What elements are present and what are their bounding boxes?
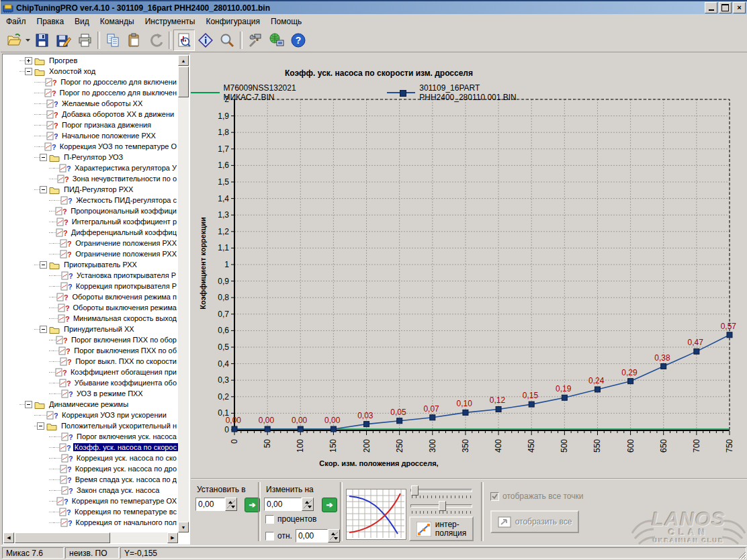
tree-item[interactable]: ?Порог включения ПХХ по обор <box>3 334 178 345</box>
tree-item[interactable]: ?Коррекция от начального пол <box>3 517 178 528</box>
tree-folder[interactable]: П-Регулятор УОЗ <box>3 152 178 162</box>
minimize-button[interactable] <box>705 2 717 13</box>
tree-item[interactable]: ?Коэфф. уск. насоса по скорос <box>3 442 178 453</box>
tree-item[interactable]: ?Коррекция уск. насоса по ско <box>3 453 178 463</box>
tree-item[interactable]: ?Порог выкл. ПХХ по скорости <box>3 356 178 367</box>
tree-item[interactable]: ?Порог включения уск. насоса <box>3 431 178 442</box>
tree-item-label[interactable]: УОЗ в режиме ПХХ <box>75 389 144 398</box>
tree-item[interactable]: ?Жесткость ПИД-регулятора с <box>3 195 178 205</box>
tree-item-label[interactable]: Ограничение положения РХХ <box>74 250 178 258</box>
tree-item-label[interactable]: Коэффициент обогащения при <box>69 368 178 376</box>
scroll-left-button[interactable]: ◀ <box>3 532 14 543</box>
collapse-minus-icon[interactable] <box>40 326 47 333</box>
tree-item[interactable]: ?Установка приоткрывателя Р <box>3 270 178 281</box>
tree-item-label[interactable]: Коррекция по температуре вс <box>73 508 178 516</box>
relative-spinedit[interactable]: 0,00 <box>296 529 340 543</box>
tree-item[interactable]: ?Интегральный коэффициент р <box>3 216 178 227</box>
tree-item-label[interactable]: Пропроциональный коэффици <box>69 207 178 215</box>
tree-item-label[interactable]: Порог по дросселю для включени <box>59 78 178 86</box>
tree-item-label[interactable]: Прогрев <box>48 56 79 64</box>
tree-item[interactable]: ?Коррекция приоткрывателя Р <box>3 281 178 291</box>
tree-item[interactable]: ?Коррекция УОЗ по температуре О <box>3 141 178 152</box>
collapse-minus-icon[interactable] <box>25 68 32 75</box>
tree-item[interactable]: ?Коррекция по температуре вс <box>3 506 178 517</box>
tree-item-label[interactable]: Дифференциальный коэффиц <box>70 228 178 236</box>
interpolation-button[interactable]: интер- поляция <box>409 516 474 541</box>
tree-item[interactable]: ?Минимальная скорость выход <box>3 313 178 324</box>
print-button[interactable] <box>74 30 95 51</box>
tree-item-label[interactable]: Коррекция от начального пол <box>75 518 178 526</box>
tree-item-label[interactable]: Установка приоткрывателя Р <box>75 271 177 279</box>
tree-item[interactable]: ?Закон спада уск. насоса <box>3 485 178 496</box>
tree-item[interactable]: ?Зона нечувствительности по о <box>3 173 178 184</box>
tree-item[interactable]: ?Обороты выключения режима <box>3 302 178 313</box>
expand-plus-icon[interactable] <box>25 57 32 64</box>
tree-item-label[interactable]: Порог включения ПХХ по обор <box>70 336 178 344</box>
menu-6[interactable]: Конфигурация <box>200 15 265 28</box>
undo-button[interactable] <box>145 30 167 51</box>
tree-item[interactable]: ?УОЗ в режиме ПХХ <box>3 388 178 399</box>
slider-thumb[interactable] <box>439 501 446 511</box>
copy-button[interactable] <box>102 30 124 51</box>
tree-item-label[interactable]: Интегральный коэффициент р <box>71 218 178 226</box>
set-value-spinedit[interactable]: 0,00 <box>195 498 237 511</box>
tree-item-label[interactable]: Ограничение положения РХХ <box>74 239 178 247</box>
tree-folder[interactable]: Холостой ход <box>3 66 178 77</box>
menu-7[interactable]: Помощь <box>265 15 307 28</box>
show-all-button[interactable]: отобразить все <box>490 510 579 533</box>
set-value-spin-button[interactable] <box>225 498 237 511</box>
tree-item-label[interactable]: Характеристика регулятора У <box>73 164 178 172</box>
collapse-minus-icon[interactable] <box>25 401 32 408</box>
tree-item[interactable]: ?Пропроциональный коэффици <box>3 205 178 216</box>
tree-item-label[interactable]: Коэфф. уск. насоса по скорос <box>73 443 178 451</box>
tree-item[interactable]: ?Характеристика регулятора У <box>3 162 178 173</box>
tools-button[interactable] <box>245 30 266 51</box>
smoothing-slider-2[interactable] <box>410 500 472 514</box>
set-value-input[interactable]: 0,00 <box>195 498 225 511</box>
help-button[interactable]: ? <box>288 30 309 51</box>
percent-checkbox[interactable] <box>265 515 274 524</box>
tree-item-label[interactable]: Динамические режимы <box>48 400 130 408</box>
scroll-up-button[interactable]: ▲ <box>178 55 189 66</box>
tree-item[interactable]: ?Порог по дросселю для выключен <box>3 87 178 98</box>
tree-item[interactable]: ?Убывание коэффициента обо <box>3 377 178 388</box>
resize-grip[interactable] <box>737 550 746 559</box>
tree-item[interactable]: ?Дифференциальный коэффиц <box>3 227 178 238</box>
smoothing-slider-1[interactable] <box>410 485 472 498</box>
save-button[interactable] <box>31 30 52 51</box>
tree-item[interactable]: ?Коррекция уск. насоса по дро <box>3 463 178 474</box>
change-by-spin-button[interactable] <box>302 498 314 511</box>
scroll-down-button[interactable]: ▼ <box>178 522 189 532</box>
tree-item-label[interactable]: Минимальная скорость выход <box>72 314 178 322</box>
chart-plot[interactable]: 00,10,20,30,40,50,60,70,80,911,11,21,31,… <box>191 52 747 478</box>
tree-item-label[interactable]: Порог по дросселю для выключен <box>58 89 178 97</box>
show-all-points-checkbox[interactable] <box>490 492 499 501</box>
tree-item-label[interactable]: Жесткость ПИД-регулятора с <box>75 196 178 204</box>
tree-item-label[interactable]: Порог включения уск. насоса <box>75 432 178 440</box>
tree-vertical-scrollbar[interactable]: ▲ ▼ <box>178 55 189 532</box>
info-button[interactable] <box>195 30 216 51</box>
tree-item[interactable]: ?Коррекция УОЗ при ускорении <box>3 410 178 420</box>
tree-item[interactable]: ?Время спада уск. насоса по д <box>3 474 178 485</box>
collapse-minus-icon[interactable] <box>37 422 44 430</box>
menu-1[interactable]: Файл <box>1 15 32 28</box>
tree-item-label[interactable]: Коррекция УОЗ при ускорении <box>60 411 168 419</box>
zoom-button[interactable] <box>216 30 238 51</box>
tree-item-label[interactable]: Время спада уск. насоса по д <box>74 475 178 483</box>
tree-item-label[interactable]: Обороты выключения режима <box>72 304 178 312</box>
tree-item[interactable]: ?Коррекция по температуре ОХ <box>3 496 178 506</box>
tree-item[interactable]: ?Порог признака движения <box>3 120 178 130</box>
save-as-button[interactable] <box>52 30 74 51</box>
tree-item-label[interactable]: П-Регулятор УОЗ <box>62 153 124 161</box>
tree-item-label[interactable]: Убывание коэффициента обо <box>73 379 178 387</box>
close-button[interactable]: × <box>733 2 746 13</box>
vertical-scroll-thumb[interactable] <box>178 66 189 97</box>
tree-item-label[interactable]: Добавка оборотов ХХ в движени <box>60 110 175 118</box>
scroll-right-button[interactable]: ▶ <box>167 532 178 543</box>
change-by-input[interactable]: 0,00 <box>264 498 302 511</box>
tree-item-label[interactable]: Порог выкл. ПХХ по скорости <box>74 357 178 365</box>
tree-item[interactable]: ?Ограничение положения РХХ <box>3 248 178 259</box>
menu-5[interactable]: Инструменты <box>140 15 201 28</box>
tree-item-label[interactable]: Коррекция приоткрывателя Р <box>75 282 178 290</box>
tree-item-label[interactable]: Обороты включения режима п <box>71 293 178 301</box>
